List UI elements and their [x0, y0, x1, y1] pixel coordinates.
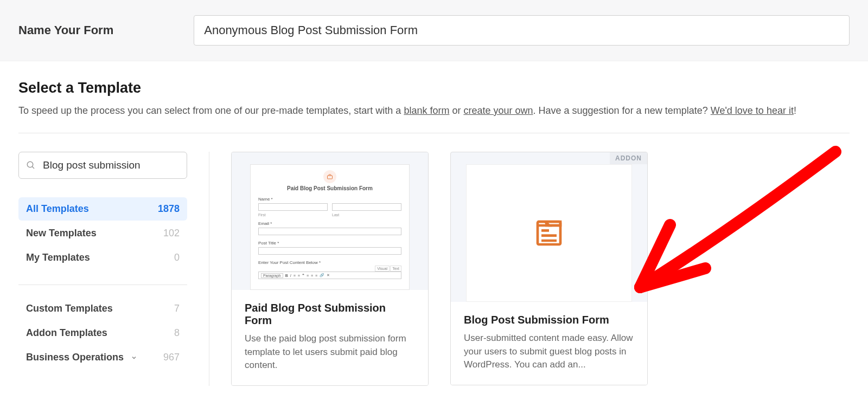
suggest-link[interactable]: We'd love to hear it	[711, 105, 794, 116]
document-icon	[534, 218, 564, 248]
category-label: My Templates	[26, 252, 90, 263]
blank-form-link[interactable]: blank form	[404, 105, 449, 116]
preview-name-label: Name *	[258, 197, 401, 202]
preview-email-label: Email *	[258, 221, 401, 226]
category-custom-templates[interactable]: Custom Templates 7	[18, 297, 187, 320]
chevron-down-icon	[131, 354, 137, 361]
card-title: Paid Blog Post Submission Form	[245, 302, 415, 327]
template-card-paid[interactable]: Paid Blog Post Submission Form Name * Fi…	[231, 152, 429, 386]
preview-content-label: Enter Your Post Content Below *	[258, 260, 401, 265]
category-list-top: All Templates 1878 New Templates 102 My …	[18, 197, 187, 269]
annotation-arrow	[618, 130, 846, 336]
card-desc: Use the paid blog post submission form t…	[245, 332, 415, 372]
category-all-templates[interactable]: All Templates 1878	[18, 197, 187, 221]
category-count: 8	[174, 327, 180, 339]
subtitle-text: To speed up the process you can select f…	[18, 105, 850, 117]
search-icon	[26, 160, 36, 170]
subtitle-or: or	[449, 105, 463, 116]
select-template-heading: Select a Template	[18, 80, 850, 96]
category-addon-templates[interactable]: Addon Templates 8	[18, 321, 187, 345]
category-label: Custom Templates	[26, 303, 113, 314]
card-title: Blog Post Submission Form	[464, 314, 634, 326]
card-desc: User-submitted content made easy. Allow …	[464, 332, 634, 372]
preview-title: Paid Blog Post Submission Form	[258, 185, 401, 191]
svg-line-1	[32, 166, 34, 169]
card-preview	[451, 164, 647, 302]
category-label: New Templates	[26, 228, 97, 239]
card-preview: Paid Blog Post Submission Form Name * Fi…	[232, 152, 428, 290]
category-label: Business Operations	[26, 352, 137, 363]
template-card-blog[interactable]: ADDON	[450, 152, 648, 385]
template-search-input[interactable]	[18, 152, 187, 179]
subtitle-pre: To speed up the process you can select f…	[18, 105, 404, 116]
svg-rect-2	[328, 176, 333, 179]
category-count: 1878	[158, 203, 180, 215]
preview-posttitle-label: Post Title *	[258, 241, 401, 246]
subtitle-excl: !	[794, 105, 796, 116]
category-count: 102	[163, 228, 180, 239]
category-count: 0	[174, 252, 180, 263]
category-business-operations[interactable]: Business Operations 967	[18, 346, 187, 369]
category-new-templates[interactable]: New Templates 102	[18, 222, 187, 245]
category-list-bottom: Custom Templates 7 Addon Templates 8 Bus…	[18, 297, 187, 369]
category-my-templates[interactable]: My Templates 0	[18, 246, 187, 269]
briefcase-icon	[323, 170, 336, 183]
subtitle-mid: . Have a suggestion for a new template?	[533, 105, 711, 116]
category-label: Addon Templates	[26, 327, 107, 339]
svg-point-0	[27, 162, 33, 167]
name-your-form-label: Name Your Form	[18, 23, 113, 37]
form-name-input[interactable]	[194, 15, 850, 46]
create-own-link[interactable]: create your own	[463, 105, 533, 116]
category-count: 7	[174, 303, 180, 314]
category-count: 967	[163, 352, 180, 363]
category-label: All Templates	[26, 203, 89, 215]
addon-badge: ADDON	[610, 152, 647, 164]
